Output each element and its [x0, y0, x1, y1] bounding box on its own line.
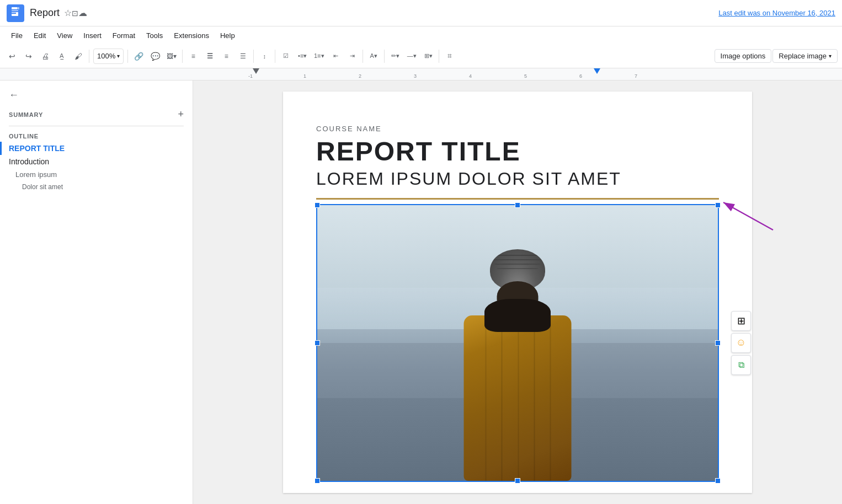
main-layout: ← SUMMARY + OUTLINE REPORT TITLE Introdu… — [0, 81, 842, 504]
report-title-heading[interactable]: REPORT TITLE — [316, 137, 719, 167]
image-comment-float-button[interactable]: ⧉ — [731, 355, 751, 375]
svg-rect-1 — [12, 9, 18, 10]
title-bar: Report ☆ ⊡ ☁ Last edit was on November 1… — [0, 0, 842, 26]
menu-file[interactable]: File — [7, 29, 27, 42]
align-center-button[interactable]: ☰ — [202, 49, 217, 64]
line-spacing-button[interactable]: ↕ — [257, 49, 272, 64]
outline-item-report-title[interactable]: REPORT TITLE — [0, 142, 193, 155]
zoom-arrow: ▾ — [117, 53, 120, 59]
selected-image-container[interactable]: ⊞ ☺ ⧉ — [316, 204, 719, 482]
table-button[interactable]: ⊞▾ — [420, 49, 436, 64]
outline-item-lorem[interactable]: Lorem ipsum — [0, 168, 193, 181]
link-button[interactable]: 🔗 — [131, 49, 146, 64]
document-image — [317, 205, 718, 481]
svg-rect-4 — [17, 7, 19, 9]
sidebar-back-button[interactable]: ← — [0, 87, 193, 105]
spellcheck-button[interactable]: A̲ — [54, 49, 70, 64]
replace-image-label: Replace image — [779, 52, 827, 60]
toolbar-separator-8 — [439, 50, 439, 63]
ruler: -1 1 2 3 4 5 6 7 — [0, 68, 842, 81]
border-button[interactable]: ✏▾ — [387, 49, 403, 64]
redo-button[interactable]: ↪ — [21, 49, 36, 64]
menu-tools[interactable]: Tools — [142, 29, 167, 42]
paint-format-button[interactable]: 🖌 — [71, 49, 86, 64]
image-options-button[interactable]: Image options — [715, 49, 772, 63]
bullet-list-button[interactable]: •≡▾ — [295, 49, 310, 64]
toolbar-separator-2 — [127, 50, 128, 63]
ruler-mark: 7 — [635, 73, 637, 79]
border-style-button[interactable]: —▾ — [404, 49, 419, 64]
resize-handle-ml[interactable] — [315, 340, 320, 346]
menu-edit[interactable]: Edit — [29, 29, 50, 42]
emoji-icon: ☺ — [736, 337, 746, 348]
resize-handle-br[interactable] — [715, 478, 721, 484]
subtitle-heading[interactable]: LOREM IPSUM DOLOR SIT AMET — [316, 169, 719, 189]
course-name: COURSE NAME — [316, 125, 719, 133]
last-edit-link[interactable]: Last edit was on November 16, 2021 — [718, 9, 835, 17]
menu-help[interactable]: Help — [216, 29, 239, 42]
svg-rect-2 — [12, 11, 18, 12]
document-area[interactable]: COURSE NAME REPORT TITLE LOREM IPSUM DOL… — [193, 81, 842, 504]
resize-handle-tl[interactable] — [315, 202, 320, 208]
increase-indent-button[interactable]: ⇥ — [344, 49, 360, 64]
replace-image-button[interactable]: Replace image ▾ — [772, 49, 838, 63]
menu-extensions[interactable]: Extensions — [169, 29, 214, 42]
crop-button[interactable]: ⌗ — [442, 49, 457, 64]
floating-buttons: ⊞ ☺ ⧉ — [731, 311, 751, 375]
zoom-selector[interactable]: 100% ▾ — [93, 49, 124, 64]
decrease-indent-button[interactable]: ⇤ — [328, 49, 343, 64]
toolbar-separator-4 — [253, 50, 254, 63]
sidebar: ← SUMMARY + OUTLINE REPORT TITLE Introdu… — [0, 81, 193, 504]
cloud-icon[interactable]: ☁ — [78, 8, 87, 18]
document-page: COURSE NAME REPORT TITLE LOREM IPSUM DOL… — [283, 92, 752, 493]
outline-item-dolor[interactable]: Dolor sit amet — [0, 181, 193, 193]
person-figure — [457, 249, 578, 481]
align-right-button[interactable]: ≡ — [219, 49, 234, 64]
star-icon[interactable]: ☆ — [64, 8, 72, 18]
document-title[interactable]: Report — [30, 7, 60, 19]
toolbar-separator-7 — [384, 50, 385, 63]
toolbar-separator-5 — [275, 50, 275, 63]
ruler-right-margin[interactable] — [594, 68, 600, 74]
menu-bar: File Edit View Insert Format Tools Exten… — [0, 26, 842, 44]
ruler-left-margin[interactable] — [253, 68, 259, 74]
toolbar-separator-6 — [363, 50, 363, 63]
outline-item-introduction[interactable]: Introduction — [0, 155, 193, 168]
numbered-list-button[interactable]: 1≡▾ — [311, 49, 327, 64]
comment-button[interactable]: 💬 — [147, 49, 163, 64]
summary-header: SUMMARY + — [0, 105, 193, 124]
svg-rect-3 — [12, 13, 16, 14]
outline-header: OUTLINE — [0, 128, 193, 142]
layout-float-button[interactable]: ⊞ — [731, 311, 751, 331]
emoji-float-button[interactable]: ☺ — [731, 333, 751, 353]
history-icon[interactable]: ⊡ — [72, 9, 78, 18]
jacket — [464, 315, 572, 481]
resize-handle-mr[interactable] — [715, 340, 721, 346]
collar — [484, 299, 551, 332]
title-divider — [316, 198, 719, 200]
undo-button[interactable]: ↩ — [4, 49, 20, 64]
print-button[interactable]: 🖨 — [38, 49, 53, 64]
resize-handle-bl[interactable] — [315, 478, 320, 484]
toolbar-separator-3 — [182, 50, 183, 63]
ruler-mark: 3 — [414, 73, 417, 79]
layout-icon: ⊞ — [737, 315, 745, 327]
align-left-button[interactable]: ≡ — [185, 49, 201, 64]
toolbar: ↩ ↪ 🖨 A̲ 🖌 100% ▾ 🔗 💬 🖼▾ ≡ ☰ ≡ ☰ ↕ ☑ •≡▾… — [0, 44, 842, 68]
ruler-mark: 4 — [469, 73, 472, 79]
replace-image-arrow: ▾ — [829, 53, 832, 59]
app-icon — [7, 4, 24, 22]
add-summary-button[interactable]: + — [178, 109, 184, 120]
resize-handle-tc[interactable] — [515, 202, 520, 208]
background-color-button[interactable]: A▾ — [366, 49, 381, 64]
checklist-button[interactable]: ☑ — [278, 49, 294, 64]
image-button[interactable]: 🖼▾ — [164, 49, 179, 64]
summary-label: SUMMARY — [9, 111, 43, 118]
menu-view[interactable]: View — [52, 29, 77, 42]
menu-insert[interactable]: Insert — [79, 29, 106, 42]
align-justify-button[interactable]: ☰ — [235, 49, 251, 64]
ruler-mark: 6 — [579, 73, 582, 79]
resize-handle-bc[interactable] — [515, 478, 520, 484]
zoom-value: 100% — [97, 52, 115, 60]
menu-format[interactable]: Format — [108, 29, 140, 42]
